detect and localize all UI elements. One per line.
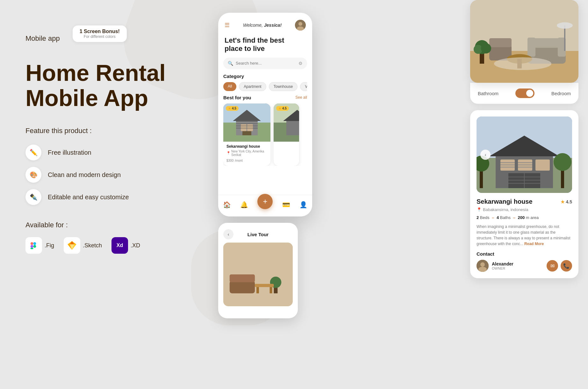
svg-rect-43 xyxy=(489,38,512,47)
pill-all[interactable]: All xyxy=(223,82,236,91)
detail-name: Sekarwangi house xyxy=(477,198,533,205)
detail-image: ‹ xyxy=(477,117,572,193)
feature-illustration-label: Free illustration xyxy=(48,149,91,156)
customize-icon: ✒️ xyxy=(25,189,41,205)
contact-role: OWNER xyxy=(492,266,513,270)
left-panel: Mobile app 1 Screen Bonus! For different… xyxy=(25,25,201,254)
svg-rect-22 xyxy=(236,125,258,126)
see-all-button[interactable]: See all xyxy=(295,95,307,100)
search-bar[interactable]: 🔍 ⚙ xyxy=(223,58,307,69)
nav-card[interactable]: 💳 xyxy=(282,201,290,209)
best-section: Best for you See all xyxy=(218,95,312,169)
detail-specs: 2 Beds – 4 Baths – 200 m area xyxy=(477,215,572,220)
svg-rect-29 xyxy=(230,281,255,294)
feature-design: 🎨 Clean and modern design xyxy=(25,167,201,183)
phone-title: Let's find the best place to live xyxy=(218,34,312,58)
rating-value-1: 4.5 xyxy=(232,107,236,110)
feature-title: Feature this product : xyxy=(25,127,201,135)
contact-actions: ✉ 📞 xyxy=(547,260,572,272)
property-card-sekarwangi[interactable]: ★ 4.5 Sekarwangi house 📍 New York City, … xyxy=(223,103,270,166)
detail-star-icon: ★ xyxy=(561,199,565,204)
detail-rating: ★ 4.5 xyxy=(561,199,572,204)
svg-point-49 xyxy=(481,43,491,53)
category-label: Category xyxy=(223,74,307,79)
property-card-info-1: Sekarwangi house 📍 New York City, Amerik… xyxy=(223,142,270,166)
xd-icon-text: Xd xyxy=(117,243,123,248)
detail-description: When imagining a minimalist greenhouse, … xyxy=(477,224,572,247)
property-card-bab[interactable]: ★ 4.5 xyxy=(274,103,299,166)
svg-rect-40 xyxy=(527,38,535,57)
username: Jessica! xyxy=(264,23,282,28)
svg-point-52 xyxy=(557,22,573,29)
nav-bell[interactable]: 🔔 xyxy=(240,201,248,209)
svg-point-50 xyxy=(494,57,551,70)
feature-illustration: ✏️ Free illustration xyxy=(25,145,201,160)
category-section: Category All Apartment Townhouse Villa xyxy=(218,74,312,95)
pill-villa[interactable]: Villa xyxy=(300,82,307,91)
contact-phone-button[interactable]: 📞 xyxy=(561,260,572,272)
feature-customize: ✒️ Editable and easy customize xyxy=(25,189,201,205)
tool-sketch: .Sketch xyxy=(64,237,102,254)
svg-rect-23 xyxy=(236,128,258,129)
detail-card: ‹ Sekarwangi house ★ 4.5 📍 Babakansirna,… xyxy=(470,110,578,278)
svg-rect-20 xyxy=(236,121,258,122)
phone-nav: 🏠 🔔 + 💳 👤 xyxy=(218,195,312,216)
pill-apartment[interactable]: Apartment xyxy=(239,82,266,91)
property-name-1: Sekarwangi house xyxy=(226,144,267,149)
contact-mail-button[interactable]: ✉ xyxy=(547,260,558,272)
bonus-sub: For different colors xyxy=(80,34,120,39)
contact-label: Contact xyxy=(477,251,572,257)
svg-point-77 xyxy=(478,267,487,272)
location-pin-1: 📍 xyxy=(226,151,230,155)
tour-preview xyxy=(223,243,293,306)
svg-point-76 xyxy=(480,262,485,267)
feature-design-label: Clean and modern design xyxy=(48,171,121,179)
svg-rect-59 xyxy=(535,159,550,171)
main-title-line1: Home Rental xyxy=(25,60,201,86)
property-cards: ★ 4.5 Sekarwangi house 📍 New York City, … xyxy=(223,103,307,166)
tour-back-button[interactable]: ‹ xyxy=(223,229,233,239)
read-more-button[interactable]: Read More xyxy=(524,242,544,246)
design-icon: 🎨 xyxy=(25,167,41,183)
svg-rect-35 xyxy=(270,287,272,294)
illustration-icon: ✏️ xyxy=(25,145,41,160)
nav-home[interactable]: 🏠 xyxy=(223,201,231,209)
available-title: Available for : xyxy=(25,221,201,229)
svg-point-74 xyxy=(554,153,571,171)
search-icon: 🔍 xyxy=(228,61,233,66)
xd-label: .XD xyxy=(131,242,140,249)
svg-rect-3 xyxy=(33,242,36,245)
room-toggle[interactable] xyxy=(515,88,534,98)
svg-rect-1 xyxy=(31,245,33,248)
nav-profile[interactable]: 👤 xyxy=(299,201,307,209)
contact-avatar xyxy=(477,260,489,272)
nav-fab-add[interactable]: + xyxy=(257,194,273,209)
detail-title-row: Sekarwangi house ★ 4.5 xyxy=(477,198,572,205)
svg-rect-34 xyxy=(256,287,259,294)
svg-point-4 xyxy=(33,245,36,248)
bedroom-label: Bedroom xyxy=(551,91,571,96)
filter-icon[interactable]: ⚙ xyxy=(298,61,303,66)
menu-icon[interactable]: ☰ xyxy=(225,22,230,29)
svg-rect-51 xyxy=(564,25,565,51)
bonus-title: 1 Screen Bonus! xyxy=(80,29,120,34)
property-card-img-2: ★ 4.5 xyxy=(274,103,299,142)
svg-rect-2 xyxy=(31,248,33,249)
phone-header: ☰ Welcome, Jessica! xyxy=(218,13,312,34)
svg-point-11 xyxy=(298,22,302,26)
rating-value-2: 4.5 xyxy=(282,107,287,110)
property-card-img-1: ★ 4.5 xyxy=(223,103,270,142)
rating-badge-2: ★ 4.5 xyxy=(276,106,289,111)
property-loc-1: 📍 New York City, Amerika Serikat xyxy=(226,150,267,157)
pill-townhouse[interactable]: Townhouse xyxy=(269,82,298,91)
svg-rect-30 xyxy=(230,274,255,282)
contact-info: Alexander OWNER xyxy=(492,261,513,270)
category-pills: All Apartment Townhouse Villa xyxy=(223,82,307,91)
phone-title-line2: place to live xyxy=(225,45,306,53)
welcome-text: Welcome, Jessica! xyxy=(243,23,282,28)
detail-img-nav-button[interactable]: ‹ xyxy=(480,150,491,160)
xd-icon: Xd xyxy=(111,237,128,254)
sketch-icon xyxy=(64,237,80,254)
interior-image-card xyxy=(470,0,578,83)
search-input[interactable] xyxy=(236,61,296,66)
